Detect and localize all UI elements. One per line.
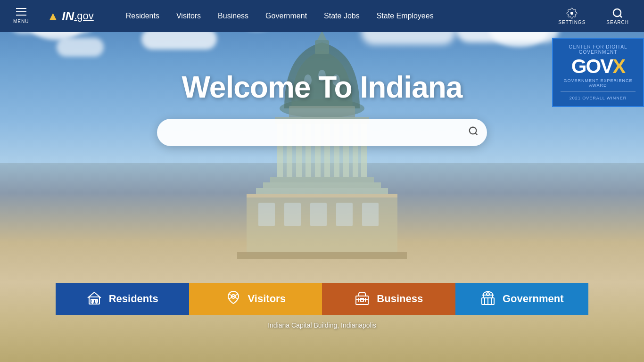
search-bar — [157, 119, 487, 146]
govx-logo-text: GOVX — [561, 57, 636, 76]
nav-state-jobs[interactable]: State Jobs — [315, 0, 368, 32]
svg-line-34 — [475, 133, 477, 135]
photo-caption: Indiana Capital Building, Indianapolis — [268, 321, 376, 329]
search-icon — [612, 8, 623, 19]
site-logo[interactable]: ▲ IN.gov — [47, 9, 93, 24]
nav-business[interactable]: Business — [209, 0, 257, 32]
svg-line-32 — [620, 15, 622, 17]
search-label: SEARCH — [606, 20, 629, 25]
category-visitors[interactable]: Visitors — [189, 283, 322, 315]
settings-label: SETTINGS — [558, 20, 586, 25]
category-government[interactable]: Government — [455, 283, 589, 315]
gear-icon — [566, 8, 578, 19]
menu-label: MENU — [13, 19, 29, 24]
nav-residents[interactable]: Residents — [117, 0, 168, 32]
category-cards: Residents Visitors — [56, 283, 588, 315]
main-nav: Residents Visitors Business Government S… — [117, 0, 539, 32]
govx-header: CENTER FOR DIGITAL GOVERNMENT — [561, 44, 636, 55]
menu-button[interactable]: MENU — [9, 4, 33, 28]
category-residents[interactable]: Residents — [56, 283, 189, 315]
govx-logo: GOVX — [561, 57, 636, 76]
settings-button[interactable]: SETTINGS — [553, 4, 591, 29]
visitors-icon — [225, 289, 241, 309]
government-icon — [480, 289, 496, 309]
svg-point-31 — [613, 9, 621, 16]
nav-state-employees[interactable]: State Employees — [368, 0, 442, 32]
search-submit-icon — [468, 126, 479, 136]
category-business[interactable]: Business — [322, 283, 455, 315]
government-label: Government — [503, 293, 564, 305]
residents-label: Residents — [109, 293, 158, 305]
govx-badge: CENTER FOR DIGITAL GOVERNMENT GOVX GOVER… — [552, 38, 644, 107]
search-submit-button[interactable] — [468, 126, 479, 139]
nav-government[interactable]: Government — [257, 0, 315, 32]
visitors-label: Visitors — [248, 293, 286, 305]
hero-title: Welcome To Indiana — [182, 70, 462, 105]
navbar: MENU ▲ IN.gov Residents Visitors Busines… — [0, 0, 644, 32]
govx-award: 2021 OVERALL WINNER — [561, 96, 636, 100]
svg-point-46 — [487, 293, 489, 296]
search-button[interactable]: SEARCH — [601, 4, 635, 29]
nav-visitors[interactable]: Visitors — [168, 0, 209, 32]
govx-subtext: GOVERNMENT EXPERIENCE AWARD — [561, 78, 636, 88]
business-icon — [354, 289, 370, 309]
nav-controls: SETTINGS SEARCH — [553, 4, 635, 29]
govx-divider — [561, 91, 636, 92]
hero-section: Welcome To Indiana Residents — [0, 32, 644, 362]
residents-icon — [86, 289, 102, 309]
business-label: Business — [377, 293, 423, 305]
svg-point-30 — [570, 12, 573, 15]
search-input[interactable] — [157, 119, 487, 146]
svg-point-33 — [470, 127, 477, 134]
